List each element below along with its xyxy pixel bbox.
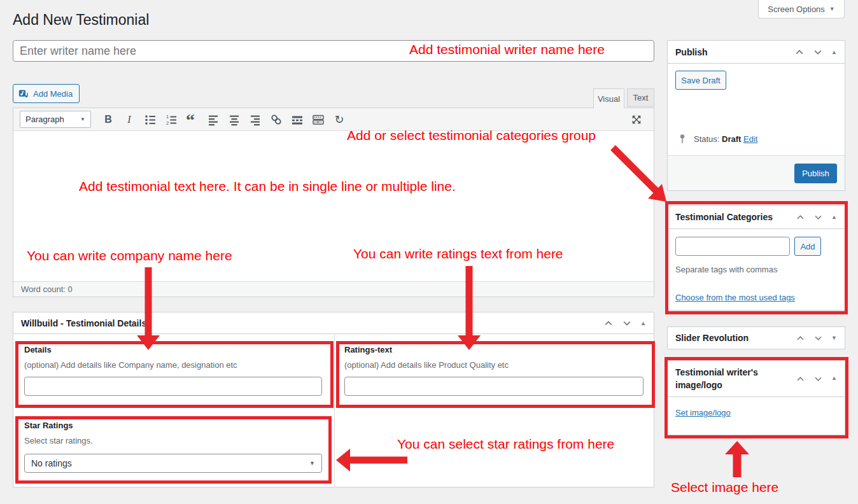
publish-button[interactable]: Publish xyxy=(794,164,837,183)
star-ratings-label: Star Ratings xyxy=(24,421,73,430)
svg-text:2: 2 xyxy=(166,120,169,126)
bold-icon[interactable]: B xyxy=(100,111,116,128)
move-up-icon[interactable] xyxy=(794,47,805,57)
categories-title: Testimonial Categories xyxy=(675,212,773,222)
metabox-title: Willbuild - Testimonial Details xyxy=(21,318,146,328)
star-ratings-desc: Select star ratings. xyxy=(24,436,93,445)
bulleted-list-icon[interactable] xyxy=(142,111,158,128)
word-count: Word count: 0 xyxy=(21,284,73,294)
content-editor: Paragraph ▼ B I 1 2 “ xyxy=(13,108,654,297)
metabox-header: Willbuild - Testimonial Details ▲ xyxy=(13,312,654,334)
editor-content-area[interactable] xyxy=(13,132,654,281)
screen-options-label: Screen Options xyxy=(768,4,825,14)
svg-text:1: 1 xyxy=(166,114,169,120)
column-divider xyxy=(334,333,335,487)
keyboard-icon[interactable] xyxy=(310,111,327,128)
pin-icon xyxy=(677,133,688,144)
add-tag-button[interactable]: Add xyxy=(794,237,821,256)
move-up-icon[interactable] xyxy=(603,318,614,328)
slider-header: Slider Revolution ▼ xyxy=(668,327,845,349)
star-ratings-select[interactable]: No ratings ▼ xyxy=(24,454,322,473)
add-media-button[interactable]: Add Media xyxy=(13,84,80,103)
blockquote-icon[interactable]: “ xyxy=(184,111,200,128)
details-input[interactable] xyxy=(24,377,322,396)
caret-down-icon: ▼ xyxy=(80,116,85,122)
tab-visual[interactable]: Visual xyxy=(593,88,624,108)
status-row: Status: Draft Edit xyxy=(677,133,757,144)
align-left-icon[interactable] xyxy=(205,111,222,128)
writer-image-metabox: Testimonial writer's image/logo ▲ Set im… xyxy=(667,360,845,435)
link-icon[interactable] xyxy=(268,111,285,128)
move-down-icon[interactable] xyxy=(813,374,823,384)
align-center-icon[interactable] xyxy=(226,111,243,128)
details-field-desc: (optional) Add details like Company name… xyxy=(24,360,237,370)
most-used-tags-link[interactable]: Choose from the most used tags xyxy=(675,293,795,302)
add-new-testimonial-page: Add New Testimonial Screen Options ▼ Add… xyxy=(0,0,858,504)
caret-down-icon: ▼ xyxy=(829,6,835,12)
arrow-to-image xyxy=(733,452,742,477)
expand-icon[interactable]: ▼ xyxy=(831,335,837,341)
collapse-icon[interactable]: ▲ xyxy=(831,49,837,55)
status-value: Draft xyxy=(722,134,741,144)
tag-hint: Separate tags with commas xyxy=(675,265,777,274)
image-header: Testimonial writer's image/logo ▲ xyxy=(668,361,845,397)
move-down-icon[interactable] xyxy=(622,318,632,328)
ratings-text-field-desc: (optional) Add details like Product Qual… xyxy=(344,360,509,370)
move-down-icon[interactable] xyxy=(813,213,823,222)
new-tag-input[interactable] xyxy=(675,237,790,256)
arrow-to-image-head xyxy=(725,441,749,454)
annotation-select-image: Select image here xyxy=(671,480,778,495)
numbered-list-icon[interactable]: 1 2 xyxy=(163,111,179,128)
refresh-icon[interactable]: ↻ xyxy=(331,111,348,128)
move-down-icon[interactable] xyxy=(813,333,823,343)
editor-toolbar: Paragraph ▼ B I 1 2 “ xyxy=(13,108,654,131)
screen-options-button[interactable]: Screen Options ▼ xyxy=(758,0,845,18)
set-image-link[interactable]: Set image/logo xyxy=(675,408,731,417)
ratings-text-field-label: Ratings-text xyxy=(344,345,392,354)
add-media-label: Add Media xyxy=(33,89,73,99)
align-right-icon[interactable] xyxy=(247,111,264,128)
read-more-icon[interactable] xyxy=(289,111,306,128)
categories-header: Testimonial Categories ▲ xyxy=(668,206,845,229)
move-up-icon[interactable] xyxy=(796,213,805,222)
fullscreen-expand-icon[interactable] xyxy=(628,111,645,128)
publish-metabox: Publish ▲ Save Draft Stat xyxy=(667,40,845,191)
tab-text[interactable]: Text xyxy=(627,88,654,107)
details-field-label: Details xyxy=(24,345,52,354)
publish-header: Publish ▲ xyxy=(668,41,845,64)
move-down-icon[interactable] xyxy=(813,47,823,57)
ratings-text-input[interactable] xyxy=(344,377,644,396)
publishing-actions: Publish xyxy=(668,155,845,190)
media-icon xyxy=(18,88,29,99)
page-title: Add New Testimonial xyxy=(13,11,149,29)
italic-icon[interactable]: I xyxy=(121,111,137,128)
save-draft-button[interactable]: Save Draft xyxy=(675,71,726,90)
collapse-icon[interactable]: ▲ xyxy=(831,214,837,220)
move-up-icon[interactable] xyxy=(796,333,805,343)
testimonial-categories-metabox: Testimonial Categories ▲ Add Separate ta… xyxy=(667,205,845,311)
caret-down-icon: ▼ xyxy=(309,460,315,466)
slider-revolution-metabox: Slider Revolution ▼ xyxy=(667,326,845,349)
slider-title: Slider Revolution xyxy=(675,333,749,343)
image-title: Testimonial writer's image/logo xyxy=(675,366,777,392)
collapse-icon[interactable]: ▲ xyxy=(640,320,646,326)
svg-text:“: “ xyxy=(186,113,195,127)
word-count-bar: Word count: 0 xyxy=(13,281,654,297)
move-up-icon[interactable] xyxy=(796,374,805,384)
writer-name-input[interactable] xyxy=(13,40,654,62)
publish-title: Publish xyxy=(675,47,708,57)
collapse-icon[interactable]: ▲ xyxy=(831,374,837,382)
paragraph-format-select[interactable]: Paragraph ▼ xyxy=(20,111,91,128)
edit-status-link[interactable]: Edit xyxy=(743,134,757,144)
